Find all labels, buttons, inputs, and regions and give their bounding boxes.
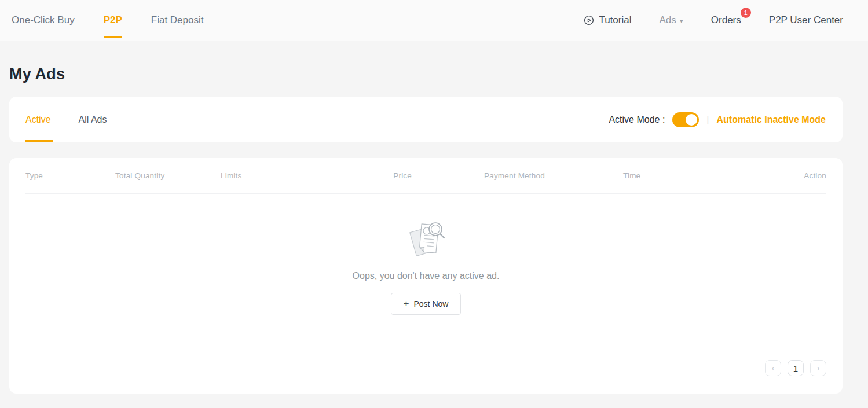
active-mode-label: Active Mode : <box>609 115 665 125</box>
nav-item-one-click-buy[interactable]: One-Click Buy <box>12 0 75 41</box>
empty-state: Oops, you don't have any active ad. + Po… <box>25 194 826 315</box>
automatic-inactive-mode-link[interactable]: Automatic Inactive Mode <box>717 115 826 125</box>
page-title: My Ads <box>9 65 843 83</box>
empty-message: Oops, you don't have any active ad. <box>353 271 500 281</box>
nav-left-group: One-Click Buy P2P Fiat Deposit <box>12 0 203 41</box>
table-header-row: Type Total Quantity Limits Price Payment… <box>25 158 826 194</box>
plus-icon: + <box>404 299 409 308</box>
tabs-card: Active All Ads Active Mode : | Automatic… <box>9 97 843 142</box>
table-bottom-divider <box>25 343 826 343</box>
tab-active[interactable]: Active <box>25 115 51 125</box>
orders-label: Orders <box>711 14 741 26</box>
page-content: My Ads Active All Ads Active Mode : | Au… <box>0 41 868 394</box>
column-header-payment-method: Payment Method <box>412 171 623 180</box>
pagination-prev-button[interactable]: ‹ <box>765 360 781 376</box>
nav-right-group: Tutorial Ads ▾ Orders 1 P2P User Center <box>584 14 843 26</box>
ads-table-card: Type Total Quantity Limits Price Payment… <box>9 158 843 394</box>
post-now-label: Post Now <box>414 299 449 308</box>
orders-link[interactable]: Orders 1 <box>711 14 741 26</box>
mode-controls: Active Mode : | Automatic Inactive Mode <box>609 112 826 127</box>
nav-item-fiat-deposit[interactable]: Fiat Deposit <box>151 0 204 41</box>
tabs: Active All Ads <box>25 115 107 125</box>
tutorial-label: Tutorial <box>599 14 631 26</box>
pagination-next-button[interactable]: › <box>810 360 826 376</box>
play-circle-icon <box>584 15 594 25</box>
caret-down-icon: ▾ <box>680 17 683 24</box>
user-center-link[interactable]: P2P User Center <box>769 14 843 26</box>
column-header-time: Time <box>623 171 803 180</box>
nav-item-p2p[interactable]: P2P <box>104 0 122 41</box>
column-header-type: Type <box>25 171 115 180</box>
column-header-total-quantity: Total Quantity <box>115 171 221 180</box>
user-center-label: P2P User Center <box>769 14 843 26</box>
column-header-action: Action <box>803 171 826 180</box>
ads-label: Ads <box>660 14 676 26</box>
pagination-page-1-button[interactable]: 1 <box>788 360 804 376</box>
ads-menu[interactable]: Ads ▾ <box>660 14 683 26</box>
orders-badge: 1 <box>741 8 751 18</box>
tab-all-ads[interactable]: All Ads <box>79 115 107 125</box>
tutorial-link[interactable]: Tutorial <box>584 14 631 26</box>
active-mode-toggle[interactable] <box>672 112 699 127</box>
pagination: ‹ 1 › <box>25 360 826 376</box>
column-header-price: Price <box>322 171 412 180</box>
document-search-icon <box>406 221 446 258</box>
toggle-knob <box>686 114 697 126</box>
column-header-limits: Limits <box>221 171 322 180</box>
post-now-button[interactable]: + Post Now <box>391 293 462 315</box>
top-nav: One-Click Buy P2P Fiat Deposit Tutorial … <box>0 0 868 41</box>
active-tab-underline <box>25 140 53 142</box>
mode-separator: | <box>706 115 709 125</box>
